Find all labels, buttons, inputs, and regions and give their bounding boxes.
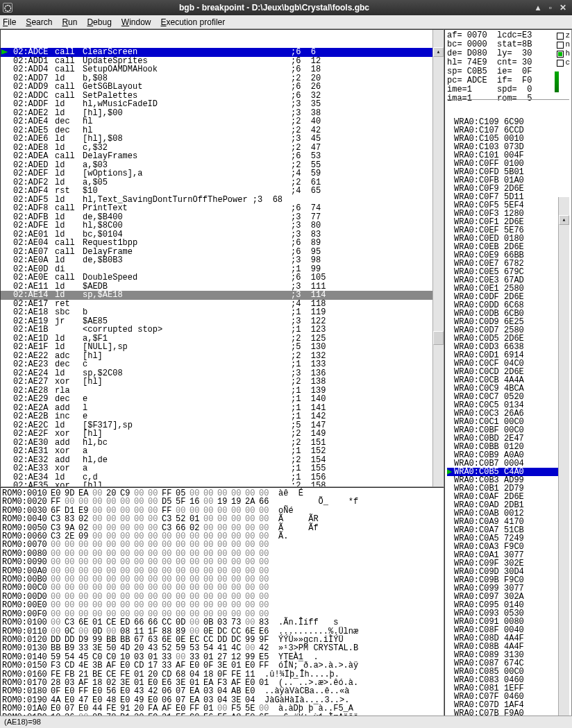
disasm-row[interactable]: ▶02:ADCEcallClearScreen;6 6 <box>1 48 444 57</box>
hex-byte[interactable]: 4C <box>231 644 245 652</box>
hex-byte[interactable]: 00 <box>120 498 134 506</box>
disasm-row[interactable]: 02:AE0Aldde,$B0B3;3 98 <box>1 256 444 265</box>
hex-byte[interactable]: CD <box>134 661 148 670</box>
hex-byte[interactable]: 00 <box>148 584 162 592</box>
disasm-row[interactable]: 02:ADDCcallSetPalettes;6 32 <box>1 92 444 101</box>
hex-byte[interactable]: 00 <box>51 541 65 549</box>
checkbox-icon[interactable] <box>557 42 564 49</box>
hex-row[interactable]: ROM0:0150F3CD4E3BAFE0CD1733AFE00F3E01E0F… <box>2 661 442 670</box>
hex-byte[interactable]: 0F <box>51 687 65 695</box>
disasm-row[interactable]: 02:ADDFldhl,wMusicFadeID;3 35 <box>1 100 444 109</box>
hex-byte[interactable]: 33 <box>162 661 176 670</box>
hex-byte[interactable]: 00 <box>245 618 259 627</box>
hex-byte[interactable]: 00 <box>51 558 65 566</box>
scroll-thumb[interactable] <box>433 331 444 345</box>
hex-byte[interactable]: 00 <box>217 541 231 549</box>
disasm-row[interactable]: 02:AE11ld$AEDB;3 111 <box>1 282 444 291</box>
hex-byte[interactable]: F5 <box>217 713 231 716</box>
hex-byte[interactable]: C0 <box>190 713 203 716</box>
hex-byte[interactable]: 00 <box>134 584 148 592</box>
hex-byte[interactable]: 00 <box>65 541 78 549</box>
hex-byte[interactable]: 00 <box>217 515 231 523</box>
disasm-row[interactable]: 02:ADD9callGetSGBLayout;6 26 <box>1 83 444 92</box>
disasm-row[interactable]: 02:ADEDlda,$03;2 55 <box>1 161 444 170</box>
hex-byte[interactable]: EA <box>190 687 203 695</box>
hex-byte[interactable]: 00 <box>245 584 259 592</box>
hex-byte[interactable]: 44 <box>92 704 106 713</box>
hex-byte[interactable]: 00 <box>148 498 162 506</box>
menu-run[interactable]: Run <box>62 17 77 27</box>
hex-byte[interactable]: 66 <box>259 498 273 506</box>
hex-byte[interactable]: 10 <box>51 713 65 716</box>
disasm-row[interactable]: 02:ADFEldhl,$8C00;3 80 <box>1 221 444 230</box>
hex-byte[interactable]: 00 <box>217 558 231 566</box>
disasm-row[interactable]: 02:AE19jr$AE85;3 122 <box>1 317 444 326</box>
hex-byte[interactable]: 00 <box>120 541 134 549</box>
maximize-button[interactable]: ▫ <box>546 3 555 12</box>
hex-byte[interactable]: 06 <box>162 687 176 695</box>
hex-byte[interactable]: 03 <box>217 618 231 627</box>
hex-byte[interactable]: 73 <box>231 618 245 627</box>
hex-byte[interactable]: 00 <box>134 558 148 566</box>
hex-byte[interactable]: 56 <box>106 687 120 695</box>
hex-byte[interactable]: AF <box>176 661 190 670</box>
hex-byte[interactable]: 00 <box>120 558 134 566</box>
menu-debug[interactable]: Debug <box>87 17 111 27</box>
hex-byte[interactable]: 91 <box>120 704 134 713</box>
hex-byte[interactable]: 04 <box>217 687 231 695</box>
hex-byte[interactable]: 00 <box>245 558 259 566</box>
hex-byte[interactable]: 17 <box>148 661 162 670</box>
hex-byte[interactable]: 03 <box>203 687 217 695</box>
hex-byte[interactable]: 53 <box>190 644 203 652</box>
menu-search[interactable]: Search <box>26 17 52 27</box>
hex-byte[interactable]: 00 <box>78 584 92 592</box>
menu-file[interactable]: File <box>3 17 16 27</box>
hex-row[interactable]: ROM0:00900000000000000000000000000000000… <box>2 558 442 566</box>
hex-byte[interactable]: 00 <box>106 541 120 549</box>
hex-byte[interactable]: 00 <box>203 515 217 523</box>
hex-byte[interactable]: 00 <box>51 584 65 592</box>
hex-row[interactable]: ROM0:0020FF00000000000000D55F160019192A6… <box>2 498 442 506</box>
flag-z[interactable]: z <box>557 31 570 40</box>
hex-byte[interactable]: FF <box>190 704 203 713</box>
hex-byte[interactable]: 00 <box>134 541 148 549</box>
hex-byte[interactable]: 41 <box>217 644 231 652</box>
disasm-row[interactable]: 02:ADFBldde,$B400;3 77 <box>1 213 444 222</box>
hex-byte[interactable]: 42 <box>259 644 273 652</box>
hex-byte[interactable]: 00 <box>134 601 148 609</box>
hex-byte[interactable]: 00 <box>92 601 106 609</box>
hex-byte[interactable]: 00 <box>162 601 176 609</box>
hex-byte[interactable]: 3E <box>92 644 106 652</box>
disasm-row[interactable]: 02:AE0EcallDoubleSpeed;6 105 <box>1 273 444 282</box>
hex-byte[interactable]: FF <box>176 713 190 716</box>
disasm-row[interactable]: 02:ADE4dechl;2 40 <box>1 117 444 126</box>
hex-byte[interactable]: CE <box>106 618 120 627</box>
hex-byte[interactable]: 00 <box>259 558 273 566</box>
hex-row[interactable]: ROM0:01A0E007E044FE9120FAAFE0FF0100F55E0… <box>2 704 442 713</box>
disasm-row[interactable]: 02:AE1B<corrupted stop>;1 123 <box>1 325 444 335</box>
hex-byte[interactable]: 0D <box>176 618 190 627</box>
hex-byte[interactable]: 00 <box>231 584 245 592</box>
hex-row[interactable]: ROM0:01800FE0FFE056E043420607EA0304ABE0.… <box>2 687 442 695</box>
hex-byte[interactable]: E0 <box>92 687 106 695</box>
hex-byte[interactable]: 00 <box>65 584 78 592</box>
hex-byte[interactable]: 00 <box>203 601 217 609</box>
hex-byte[interactable]: 00 <box>148 541 162 549</box>
hex-byte[interactable]: 00 <box>259 704 273 713</box>
disasm-row[interactable]: 02:AE14ldsp,$AE18;3 114 <box>1 291 444 300</box>
hex-byte[interactable]: 00 <box>78 558 92 566</box>
hex-byte[interactable]: 00 <box>259 584 273 592</box>
hex-byte[interactable]: 59 <box>176 644 190 652</box>
stack-pane[interactable]: WRA0:C109 6C90WRA0:C107 6CCDWRA0:C105 00… <box>447 99 569 716</box>
disasm-row[interactable]: 02:AE27xor[hl];2 138 <box>1 378 444 387</box>
hex-byte[interactable]: 00 <box>217 704 231 713</box>
minimize-button[interactable]: ▴ <box>533 3 543 12</box>
hex-byte[interactable]: 4D <box>120 644 134 652</box>
flag-c[interactable]: c <box>557 58 570 67</box>
disasm-row[interactable]: 02:ADF4rst$10;4 65 <box>1 187 444 196</box>
hex-byte[interactable]: FF <box>78 687 92 695</box>
hex-byte[interactable]: 07 <box>176 687 190 695</box>
hex-byte[interactable]: 20 <box>134 644 148 652</box>
hex-byte[interactable]: 00 <box>231 558 245 566</box>
hex-byte[interactable]: 00 <box>106 601 120 609</box>
